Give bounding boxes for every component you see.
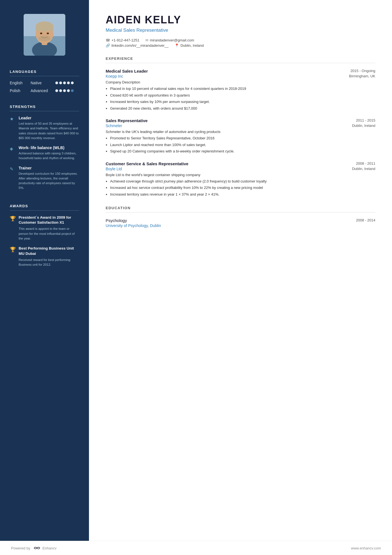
resume-header: AIDEN KELLY Medical Sales Representative… xyxy=(106,14,375,48)
linkedin-value: linkedin.com/in/__mirandadenver__ xyxy=(111,43,168,48)
language-dot xyxy=(67,82,70,84)
language-dot xyxy=(71,89,74,92)
exp-bullet: Closed 820 k€ worth of opportunities in … xyxy=(110,93,375,98)
svg-point-8 xyxy=(47,33,49,34)
contact-row-1: ☎ +1-912-447-1251 ✉ mirandadenver@gmail.… xyxy=(106,38,375,42)
exp-dates: 2015 - Ongoing xyxy=(350,69,375,73)
exp-bullet: Placed in top 10 percent of national sal… xyxy=(110,86,375,92)
language-dots xyxy=(55,82,74,84)
exp-bullet: Signed up 20 Catering companies with a b… xyxy=(110,149,375,154)
edu-header: Psychology2008 - 2014 xyxy=(106,218,375,223)
award-item: 🏆President´s Award in 2009 for Customer … xyxy=(10,215,79,241)
experience-block: Customer Service & Sales Representative2… xyxy=(106,161,375,197)
edu-dates: 2008 - 2014 xyxy=(356,218,375,222)
sidebar: LANGUAGES EnglishNativePolishAdvanced ST… xyxy=(0,0,89,541)
language-dot xyxy=(63,82,66,84)
footer-website: www.enhancv.com xyxy=(351,546,381,550)
award-item: 🏆Best Performing Business Unit MU DubaiR… xyxy=(10,246,79,267)
exp-dates: 2011 - 2015 xyxy=(356,118,375,122)
languages-section: LANGUAGES EnglishNativePolishAdvanced xyxy=(0,64,89,99)
education-title: EDUCATION xyxy=(106,206,375,213)
exp-bullet: Promoted to Senior Territory Sales Repre… xyxy=(110,135,375,141)
strength-title: Work- life balance (WLB) xyxy=(19,145,79,150)
award-icon: 🏆 xyxy=(10,246,16,253)
exp-company: Schmeler xyxy=(106,124,122,128)
exp-company-row: Koepp IncBirmingham, UK xyxy=(106,74,375,78)
job-title: Medical Sales Representative xyxy=(106,28,375,33)
language-row: PolishAdvanced xyxy=(10,88,79,93)
footer: Powered by Enhancv www.enhancv.com xyxy=(0,541,392,555)
language-row: EnglishNative xyxy=(10,81,79,85)
exp-bullet: Increased ad hoc service contract profit… xyxy=(110,185,375,191)
education-block: Psychology2008 - 2014University of Psych… xyxy=(106,218,375,228)
exp-role: Sales Representative xyxy=(106,118,148,123)
experience-block: Medical Sales Leader2015 - OngoingKoepp … xyxy=(106,69,375,111)
strength-desc: Developed curriculum for 150 employees. … xyxy=(19,171,79,191)
language-dots xyxy=(55,89,74,92)
avatar xyxy=(24,14,65,56)
award-desc: Received reward for best performing Busi… xyxy=(19,258,79,267)
awards-title: AWARDS xyxy=(10,204,79,211)
award-content: President´s Award in 2009 for Customer S… xyxy=(19,215,79,241)
language-dot xyxy=(55,89,58,92)
edu-school: University of Psychology, Dublin xyxy=(106,223,375,228)
experience-block: Sales Representative2011 - 2015SchmelerD… xyxy=(106,118,375,154)
email-contact: ✉ mirandadenver@gmail.com xyxy=(145,38,194,42)
award-icon: 🏆 xyxy=(10,216,16,222)
award-title: Best Performing Business Unit MU Dubai xyxy=(19,246,79,256)
languages-title: LANGUAGES xyxy=(10,70,79,76)
exp-location: Dublin, Ireland xyxy=(352,124,375,128)
experience-title: EXPERIENCE xyxy=(106,56,375,63)
main-content: AIDEN KELLY Medical Sales Representative… xyxy=(89,0,392,541)
edu-degree: Psychology xyxy=(106,218,127,223)
exp-bullet: Increased territory sales revenue in yea… xyxy=(110,192,375,197)
email-value: mirandadenver@gmail.com xyxy=(150,38,194,42)
strength-icon: ◈ xyxy=(10,146,16,151)
language-name: Polish xyxy=(10,88,31,93)
avatar-section xyxy=(24,0,65,64)
exp-bullet: Generated 20 new clients, with orders ar… xyxy=(110,106,375,111)
linkedin-icon: 🔗 xyxy=(106,43,110,48)
exp-bullet: Increased territory sales by 10% per ann… xyxy=(110,99,375,105)
exp-company: Koepp Inc xyxy=(106,74,123,78)
strength-item: ✎TrainerDeveloped curriculum for 150 emp… xyxy=(10,166,79,191)
experience-section: EXPERIENCE Medical Sales Leader2015 - On… xyxy=(106,56,375,197)
phone-contact: ☎ +1-912-447-1251 xyxy=(106,38,139,42)
language-level: Advanced xyxy=(31,88,54,93)
exp-role: Medical Sales Leader xyxy=(106,69,148,73)
strength-item: ★LeaderLed teams of 50 and 35 employees … xyxy=(10,116,79,140)
contact-row-2: 🔗 linkedin.com/in/__mirandadenver__ 📍 Du… xyxy=(106,43,375,48)
strengths-section: STRENGTHS ★LeaderLed teams of 50 and 35 … xyxy=(0,99,89,198)
language-dot xyxy=(59,82,62,84)
exp-location: Dublin, Ireland xyxy=(352,167,375,171)
exp-company-row: Boyle LtdDublin, Ireland xyxy=(106,167,375,171)
language-dot xyxy=(59,89,62,92)
exp-location: Birmingham, UK xyxy=(349,74,375,78)
exp-company-row: SchmelerDublin, Ireland xyxy=(106,124,375,128)
location-value: Dublin, Ireland xyxy=(180,43,204,48)
svg-point-9 xyxy=(38,36,51,41)
exp-description: Schmeler is the UK's leading retailer of… xyxy=(106,130,375,134)
candidate-name: AIDEN KELLY xyxy=(106,14,375,26)
exp-description: Boyle Ltd is the world's largest contain… xyxy=(106,173,375,177)
exp-dates: 2008 - 2011 xyxy=(356,161,375,166)
language-dot xyxy=(63,89,66,92)
exp-header: Sales Representative2011 - 2015 xyxy=(106,118,375,123)
exp-role: Customer Service & Sales Representative xyxy=(106,161,188,166)
powered-by-label: Powered by xyxy=(11,546,30,550)
brand-name: Enhancv xyxy=(43,546,57,550)
exp-header: Medical Sales Leader2015 - Ongoing xyxy=(106,69,375,73)
exp-bullets: Placed in top 10 percent of national sal… xyxy=(110,86,375,111)
strength-content: Work- life balance (WLB)Achieved balance… xyxy=(19,145,79,161)
exp-description: Company Description xyxy=(106,80,375,84)
footer-logo: Enhancv xyxy=(33,546,57,551)
exp-bullets: Promoted to Senior Territory Sales Repre… xyxy=(110,135,375,154)
strength-icon: ✎ xyxy=(10,166,16,172)
exp-header: Customer Service & Sales Representative2… xyxy=(106,161,375,166)
language-level: Native xyxy=(31,81,54,85)
awards-section: AWARDS 🏆President´s Award in 2009 for Cu… xyxy=(0,198,89,275)
strength-icon: ★ xyxy=(10,116,16,122)
education-section: EDUCATION Psychology2008 - 2014Universit… xyxy=(106,206,375,228)
award-content: Best Performing Business Unit MU DubaiRe… xyxy=(19,246,79,267)
language-dot xyxy=(71,82,74,84)
